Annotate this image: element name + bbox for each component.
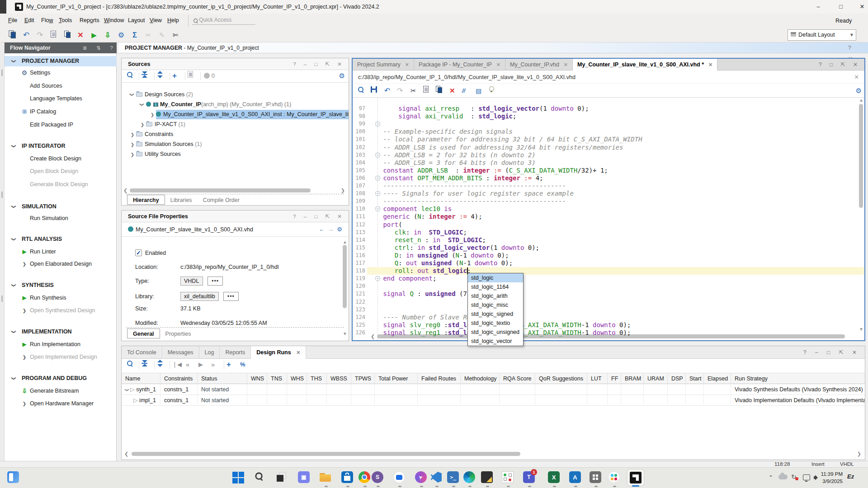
autocomplete-item-std_logic[interactable]: std_logic [468, 273, 523, 282]
tray-notification-icon[interactable]: Ez [847, 473, 854, 480]
delete-icon[interactable]: ✕ [75, 30, 86, 41]
search-icon[interactable] [126, 71, 133, 81]
taskbar-search-icon[interactable] [254, 471, 267, 484]
column-lut[interactable]: LUT [587, 373, 608, 384]
autocomplete-item-std_logic_signed[interactable]: std_logic_signed [468, 310, 523, 319]
taskbar-chat-icon[interactable] [393, 471, 406, 484]
sources-tab-hierarchy[interactable]: Hierarchy [127, 195, 165, 205]
column-constraints[interactable]: Constraints [160, 373, 198, 384]
autocomplete-item-std_logic_textio[interactable]: std_logic_textio [468, 319, 523, 328]
bottom-tab-design-runs[interactable]: Design Runs ✕ [251, 346, 306, 359]
network-icon[interactable] [803, 474, 810, 482]
editor-tab-package-ip-my-counter-ip[interactable]: Package IP - My_Counter_IP✕ [414, 59, 505, 70]
tree-item-utility-sources[interactable]: ❯Utility Sources [131, 150, 181, 159]
redo-icon[interactable]: ↷ [397, 86, 403, 96]
flownav-add-sources[interactable]: Add Sources [5, 81, 117, 91]
column-methodology[interactable]: Methodology [461, 373, 500, 384]
close-icon[interactable]: ✕ [708, 62, 712, 67]
column-wbss[interactable]: WBSS [327, 373, 351, 384]
column-tpws[interactable]: TPWS [351, 373, 375, 384]
autocomplete-item-std_logic_1164[interactable]: std_logic_1164 [468, 282, 523, 291]
undo-icon[interactable]: ↶ [384, 86, 390, 96]
column-dsp[interactable]: DSP [668, 373, 686, 384]
taskbar-affinity-icon[interactable]: A [569, 471, 582, 484]
flow-navigator-header-icons[interactable]: ≣ ⇅ ? [83, 42, 117, 53]
taskbar-block-design-icon[interactable] [502, 471, 514, 484]
redo-icon[interactable]: ↷ [34, 30, 45, 41]
tree-item-my-counter-ip-slave-lite-v1-0-s00-axi-in[interactable]: ❯My_Counter_IP_slave_lite_v1_0_S00_AXI_i… [151, 110, 349, 119]
tree-item-constraints[interactable]: ❯Constraints [131, 130, 173, 139]
taskbar-clock[interactable]: 11:39 PM3/9/2025 [819, 470, 843, 485]
editor-tab-my-counter-ip-slave-lite-v1-0-s00-axi-vh[interactable]: My_Counter_IP_slave_lite_v1_0_S00_AXI.vh… [573, 59, 717, 70]
help-doc-icon[interactable] [188, 71, 193, 81]
flownav-rtl-analysis[interactable]: ❯RTL ANALYSIS [5, 234, 117, 244]
column-whs[interactable]: WHS [287, 373, 307, 384]
taskbar-calculator-icon[interactable] [590, 471, 602, 484]
flownav-language-templates[interactable]: Language Templates [5, 94, 117, 104]
flownav-open-elaborated-design[interactable]: ❯Open Elaborated Design [5, 259, 117, 269]
collapse-all-icon[interactable] [142, 360, 148, 370]
tree-item-ip-xact[interactable]: ❯IP-XACT (1) [141, 120, 185, 129]
minimize-button[interactable]: – [815, 3, 822, 10]
close-icon[interactable]: ✕ [296, 350, 300, 355]
bottom-tab-reports[interactable]: Reports [220, 346, 251, 359]
paste-icon[interactable] [436, 86, 442, 96]
taskbar-widgets-icon[interactable] [7, 471, 20, 484]
taskbar-sway-icon[interactable]: S [372, 471, 384, 484]
cancel-icon[interactable]: ✄ [170, 30, 181, 41]
close-icon[interactable]: ✕ [564, 62, 568, 67]
column-uram[interactable]: URAM [644, 373, 668, 384]
flownav-project-manager[interactable]: ❯PROJECT MANAGER [5, 56, 117, 66]
flownav-edit-packaged-ip[interactable]: Edit Packaged IP [5, 120, 117, 130]
column-tns[interactable]: TNS [267, 373, 287, 384]
sources-tab-libraries[interactable]: Libraries [165, 195, 198, 205]
flownav-create-block-design[interactable]: Create Block Design [5, 154, 117, 164]
maximize-button[interactable]: □ [837, 3, 844, 10]
copy-doc-icon[interactable] [423, 86, 429, 96]
menu-view[interactable]: View [150, 17, 162, 23]
tree-item-my-counter-ip[interactable]: ❯My_Counter_IP(arch_imp) (My_Counter_IP.… [141, 100, 291, 109]
flownav-simulation[interactable]: ❯SIMULATION [5, 202, 117, 212]
taskbar-loop-icon[interactable]: ➤ [415, 471, 428, 484]
browse-button[interactable]: ••• [223, 292, 239, 301]
tree-item-design-sources[interactable]: ❯Design Sources (2) [131, 90, 193, 99]
sfp-field[interactable]: xil_defaultlib [180, 292, 219, 301]
column-name[interactable]: Name [122, 373, 160, 384]
path-close-icon[interactable]: ✕ [854, 70, 859, 84]
flownav-run-implementation[interactable]: ▶Run Implementation [5, 339, 117, 350]
taskbar-teams-video-icon[interactable]: ▣ [298, 471, 311, 484]
add-icon[interactable]: + [226, 360, 231, 370]
close-icon[interactable]: ✕ [405, 62, 409, 67]
settings-gear-icon[interactable]: ⚙ [116, 30, 127, 41]
tray-chevron-icon[interactable]: ⌃ [769, 474, 773, 481]
sources-tab-compile-order[interactable]: Compile Order [198, 195, 245, 205]
sync-icon[interactable]: ↻ [791, 474, 797, 482]
column-ff[interactable]: FF [608, 373, 621, 384]
prev-icon[interactable]: ← [319, 226, 325, 233]
sources-panel-buttons[interactable]: ? – □ ⇱ ✕ [293, 58, 345, 70]
first-icon[interactable]: ❘◀ [172, 360, 182, 370]
flownav-open-synthesized-design[interactable]: ❯Open Synthesized Design [5, 305, 117, 316]
column-status[interactable]: Status [198, 373, 247, 384]
flownav-ip-catalog[interactable]: ⊞IP Catalog [5, 107, 117, 117]
percent-icon[interactable]: % [240, 360, 245, 370]
bottom-tab-tcl-console[interactable]: Tcl Console [122, 346, 162, 359]
undo-icon[interactable]: ↶ [21, 30, 32, 41]
document-icon[interactable] [48, 30, 59, 41]
disabled-icon-1[interactable]: ✂ [143, 30, 154, 41]
open-folder-icon[interactable] [6, 30, 17, 41]
flownav-program-and-debug[interactable]: ❯PROGRAM AND DEBUG [5, 373, 117, 384]
run-icon[interactable]: ▶ [89, 30, 99, 41]
play-icon[interactable]: ▶ [198, 360, 203, 370]
layout-selector[interactable]: Default Layout▾ [788, 29, 856, 41]
collapse-all-icon[interactable] [142, 71, 148, 81]
column-start[interactable]: Start [686, 373, 704, 384]
program-icon[interactable]: ⇩ [102, 30, 113, 41]
taskbar-edge-icon[interactable] [463, 471, 476, 484]
menu-layout[interactable]: Layout [128, 17, 145, 23]
autocomplete-item-std_logic_arith[interactable]: std_logic_arith [468, 291, 523, 300]
taskbar-vscode-icon[interactable] [430, 471, 443, 484]
report-sigma-icon[interactable]: Σ [129, 30, 140, 41]
menu-reports[interactable]: Reports [80, 17, 99, 23]
flownav-settings[interactable]: ⚙Settings [5, 68, 117, 78]
